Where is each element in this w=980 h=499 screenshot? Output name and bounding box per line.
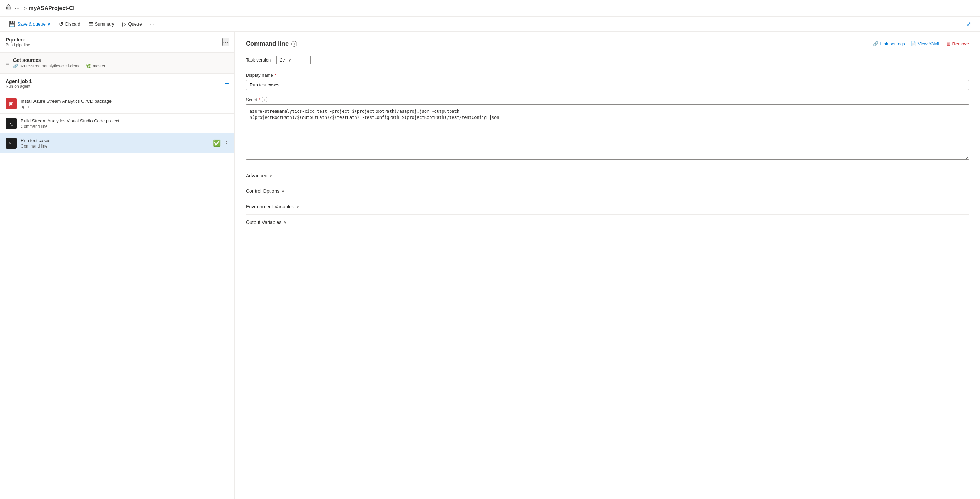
script-textarea[interactable]: azure-streamanalytics-cicd test -project… bbox=[246, 104, 969, 159]
display-name-required: * bbox=[275, 73, 276, 78]
chevron-icon-environment-variables: ∨ bbox=[296, 204, 299, 209]
right-header-actions: 🔗 Link settings 📄 View YAML 🗑 Remove bbox=[873, 41, 969, 46]
link-settings-button[interactable]: 🔗 Link settings bbox=[873, 41, 905, 46]
top-bar: 🏛 ··· > myASAProject-CI bbox=[0, 0, 980, 17]
task-list: ▣ Install Azure Stream Analytics CI/CD p… bbox=[0, 94, 234, 153]
pipeline-header: Pipeline Build pipeline ··· bbox=[0, 32, 234, 53]
right-panel: Command line i 🔗 Link settings 📄 View YA… bbox=[235, 32, 980, 499]
task-item-build[interactable]: >_ Build Stream Analytics Visual Studio … bbox=[0, 114, 234, 133]
get-sources-section: ≡ Get sources 🔗 azure-streamanalytics-ci… bbox=[0, 53, 234, 73]
task-check-icon: ✅ bbox=[213, 139, 221, 147]
more-button[interactable]: ··· bbox=[146, 20, 157, 28]
task-item-install[interactable]: ▣ Install Azure Stream Analytics CI/CD p… bbox=[0, 94, 234, 114]
main-layout: Pipeline Build pipeline ··· ≡ Get source… bbox=[0, 32, 980, 499]
task-subtitle-install: npm bbox=[21, 104, 229, 109]
display-name-label: Display name * bbox=[246, 73, 969, 78]
task-title-install: Install Azure Stream Analytics CI/CD pac… bbox=[21, 99, 229, 104]
right-title-row: Command line i bbox=[246, 40, 297, 47]
view-yaml-label: View YAML bbox=[918, 41, 941, 46]
chevron-icon-output-variables: ∨ bbox=[283, 220, 286, 225]
task-actions-run: ✅ ⋮ bbox=[213, 139, 229, 147]
task-version-select[interactable]: 2.* ∨ bbox=[276, 56, 311, 64]
remove-label: Remove bbox=[952, 41, 969, 46]
summary-label: Summary bbox=[95, 21, 114, 27]
branch-name: master bbox=[92, 64, 105, 69]
branch-icon: 🌿 bbox=[86, 64, 91, 69]
discard-icon: ↺ bbox=[59, 21, 64, 27]
version-select-value: 2.* bbox=[280, 57, 286, 62]
toolbar: 💾 Save & queue ∨ ↺ Discard ☰ Summary ▷ Q… bbox=[0, 17, 980, 32]
pipeline-subtitle: Build pipeline bbox=[6, 43, 30, 47]
task-item-run[interactable]: >_ Run test cases Command line ✅ ⋮ bbox=[0, 133, 234, 153]
expand-button[interactable]: ⤢ bbox=[963, 19, 974, 29]
view-yaml-button[interactable]: 📄 View YAML bbox=[911, 41, 941, 46]
task-icon-install: ▣ bbox=[6, 98, 17, 109]
expand-icon: ⤢ bbox=[967, 21, 971, 27]
get-sources-icon: ≡ bbox=[6, 59, 10, 67]
display-name-input[interactable] bbox=[246, 80, 969, 90]
save-queue-label: Save & queue bbox=[17, 21, 46, 27]
pipeline-more-button[interactable]: ··· bbox=[223, 38, 229, 46]
repo-icon: 🔗 bbox=[13, 64, 18, 69]
task-info-run: Run test cases Command line bbox=[21, 138, 209, 148]
agent-job-title: Agent job 1 bbox=[6, 78, 32, 84]
trash-icon: 🗑 bbox=[946, 41, 951, 46]
section-advanced[interactable]: Advanced∨ bbox=[246, 167, 969, 183]
queue-label: Queue bbox=[128, 21, 142, 27]
queue-icon: ▷ bbox=[122, 21, 126, 27]
task-icon-build: >_ bbox=[6, 118, 17, 129]
task-subtitle-run: Command line bbox=[21, 144, 209, 148]
dropdown-chevron-icon: ∨ bbox=[47, 21, 51, 27]
section-label-environment-variables: Environment Variables bbox=[246, 204, 294, 209]
save-icon: 💾 bbox=[9, 21, 16, 27]
collapsible-sections: Advanced∨Control Options∨Environment Var… bbox=[246, 167, 969, 230]
section-label-output-variables: Output Variables bbox=[246, 220, 282, 225]
script-info-icon[interactable]: i bbox=[262, 97, 267, 102]
task-subtitle-build: Command line bbox=[21, 124, 229, 129]
version-chevron-icon: ∨ bbox=[288, 58, 291, 62]
task-info-build: Build Stream Analytics Visual Studio Cod… bbox=[21, 118, 229, 129]
top-bar-dots[interactable]: ··· bbox=[14, 5, 20, 12]
script-required: * bbox=[259, 97, 260, 102]
remove-button[interactable]: 🗑 Remove bbox=[946, 41, 969, 46]
display-name-field: Display name * bbox=[246, 73, 969, 90]
repo-meta: 🔗 azure-streamanalytics-cicd-demo bbox=[13, 64, 81, 69]
more-icon: ··· bbox=[150, 21, 154, 27]
script-label: Script * i bbox=[246, 97, 969, 102]
discard-label: Discard bbox=[65, 21, 80, 27]
script-field: Script * i azure-streamanalytics-cicd te… bbox=[246, 97, 969, 161]
add-task-button[interactable]: + bbox=[225, 80, 229, 88]
save-queue-button[interactable]: 💾 Save & queue ∨ bbox=[6, 20, 54, 29]
yaml-icon: 📄 bbox=[911, 41, 916, 46]
task-icon-run: >_ bbox=[6, 137, 17, 148]
section-output-variables[interactable]: Output Variables∨ bbox=[246, 214, 969, 230]
queue-button[interactable]: ▷ Queue bbox=[119, 20, 145, 29]
get-sources-title: Get sources bbox=[13, 57, 105, 63]
section-label-control-options: Control Options bbox=[246, 188, 279, 194]
right-header: Command line i 🔗 Link settings 📄 View YA… bbox=[246, 40, 969, 47]
section-environment-variables[interactable]: Environment Variables∨ bbox=[246, 199, 969, 214]
left-panel: Pipeline Build pipeline ··· ≡ Get source… bbox=[0, 32, 235, 499]
branch-meta: 🌿 master bbox=[86, 64, 105, 69]
pipeline-title: Pipeline bbox=[6, 37, 30, 43]
task-menu-icon[interactable]: ⋮ bbox=[223, 140, 229, 147]
chevron-icon-advanced: ∨ bbox=[269, 173, 272, 178]
repo-name: azure-streamanalytics-cicd-demo bbox=[20, 64, 81, 69]
agent-job-section: Agent job 1 Run on agent + bbox=[0, 73, 234, 94]
chevron-icon-control-options: ∨ bbox=[282, 189, 285, 193]
get-sources-meta: 🔗 azure-streamanalytics-cicd-demo 🌿 mast… bbox=[13, 64, 105, 69]
task-title-run: Run test cases bbox=[21, 138, 209, 143]
page-title: myASAProject-CI bbox=[29, 5, 74, 11]
app-icon: 🏛 bbox=[6, 5, 12, 12]
task-title-build: Build Stream Analytics Visual Studio Cod… bbox=[21, 118, 229, 123]
right-panel-title: Command line bbox=[246, 40, 289, 47]
command-line-info-icon[interactable]: i bbox=[291, 41, 297, 47]
section-control-options[interactable]: Control Options∨ bbox=[246, 183, 969, 199]
task-version-row: Task version 2.* ∨ bbox=[246, 56, 969, 64]
summary-icon: ☰ bbox=[89, 21, 93, 27]
section-label-advanced: Advanced bbox=[246, 173, 267, 178]
link-settings-label: Link settings bbox=[880, 41, 905, 46]
discard-button[interactable]: ↺ Discard bbox=[56, 20, 84, 29]
summary-button[interactable]: ☰ Summary bbox=[85, 20, 118, 29]
link-icon: 🔗 bbox=[873, 41, 878, 46]
